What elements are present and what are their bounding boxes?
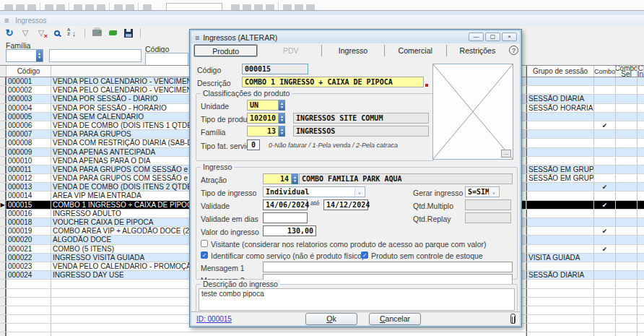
col-header-combo[interactable]: Combo <box>594 66 616 77</box>
cell-codigo[interactable]: 000021 <box>6 245 51 253</box>
cell-clipped[interactable] <box>638 254 644 262</box>
cell-clipped[interactable] <box>638 104 644 112</box>
row-indicator[interactable] <box>0 210 6 217</box>
row-indicator[interactable] <box>0 121 6 129</box>
codigo-field[interactable]: 000015 <box>242 64 308 74</box>
cell-combo[interactable] <box>594 77 616 85</box>
chevron-down-icon[interactable]: ⌄ <box>354 188 364 196</box>
cell-codigo[interactable] <box>6 289 51 297</box>
tipo-produto-field[interactable]: 102010 <box>247 113 279 124</box>
cell-combo[interactable] <box>594 157 616 165</box>
cell-codigo[interactable]: 000013 <box>6 183 51 191</box>
cell-codigo[interactable] <box>6 306 51 314</box>
close-icon[interactable]: × <box>502 33 517 41</box>
row-indicator[interactable] <box>0 315 6 323</box>
cell-grupo-sessao[interactable] <box>526 113 594 121</box>
cell-clipped[interactable] <box>638 183 644 191</box>
validade-de-field[interactable]: 14/06/2024 <box>263 199 308 210</box>
cell-combo[interactable] <box>594 218 616 226</box>
cell-combo[interactable] <box>594 148 616 156</box>
cell-combo-sel[interactable] <box>616 280 638 288</box>
ok-button[interactable]: Ok <box>305 313 357 325</box>
cell-grupo-sessao[interactable] <box>526 130 594 138</box>
cell-combo[interactable] <box>594 104 616 112</box>
cell-combo[interactable] <box>594 113 616 121</box>
tab-pdv[interactable]: PDV <box>260 45 322 56</box>
familia-filter-combobox[interactable] <box>49 49 142 62</box>
cell-combo-sel[interactable] <box>616 227 638 235</box>
cell-combo[interactable] <box>594 254 616 262</box>
row-indicator[interactable] <box>0 104 6 112</box>
validade-ate-field[interactable]: 14/12/2024 <box>323 199 368 210</box>
cell-clipped[interactable] <box>638 165 644 173</box>
cell-combo[interactable]: ✔ <box>594 121 616 129</box>
descricao-field[interactable]: COMBO 1 INGRESSO + CAIXA DE PIPOCA <box>242 77 424 87</box>
cell-codigo[interactable]: 000004 <box>6 104 51 112</box>
unidade-spin-icon[interactable]: ▲▼ <box>279 100 285 111</box>
cell-combo[interactable] <box>594 298 616 306</box>
cell-combo[interactable] <box>594 130 616 138</box>
cell-combo-sel[interactable] <box>616 86 638 94</box>
row-indicator[interactable] <box>0 157 6 165</box>
row-indicator[interactable] <box>0 130 6 138</box>
cell-codigo[interactable]: 000011 <box>6 165 51 173</box>
cell-codigo[interactable]: 000009 <box>6 148 51 156</box>
gerar-ingresso-dropdown[interactable]: S=SIM⌄ <box>465 186 500 197</box>
row-indicator[interactable] <box>0 183 6 191</box>
cell-grupo-sessao[interactable] <box>526 183 594 191</box>
cell-codigo[interactable]: 000012 <box>6 174 51 182</box>
row-indicator[interactable] <box>0 298 6 306</box>
cell-combo[interactable] <box>594 280 616 288</box>
tipo-ingresso-dropdown[interactable]: Individual⌄ <box>263 186 365 197</box>
row-indicator[interactable] <box>0 86 6 94</box>
cell-clipped[interactable] <box>638 227 644 235</box>
cell-codigo[interactable] <box>6 332 51 336</box>
tab-produto[interactable]: Produto <box>194 45 257 56</box>
cell-codigo[interactable]: 000020 <box>6 236 51 244</box>
cell-combo-sel[interactable] <box>616 157 638 165</box>
dialog-titlebar[interactable]: ≡ Ingressos (ALTERAR) — ▢ × <box>191 31 520 43</box>
cell-combo[interactable] <box>594 95 616 103</box>
tab-ingresso[interactable]: Ingresso <box>322 45 384 56</box>
cell-clipped[interactable] <box>638 191 644 199</box>
cell-combo-sel[interactable] <box>616 130 638 138</box>
cell-combo[interactable] <box>594 324 616 332</box>
cell-clipped[interactable] <box>638 315 644 323</box>
dialog-menu-icon[interactable]: ≡ <box>195 33 199 42</box>
row-indicator[interactable] <box>0 324 6 332</box>
cell-clipped[interactable] <box>638 139 644 147</box>
cell-codigo[interactable]: 000006 <box>6 121 51 129</box>
cell-combo[interactable] <box>594 271 616 279</box>
cell-combo-sel[interactable] <box>616 139 638 147</box>
spin-buttons-icon[interactable]: ▲▼ <box>36 50 43 61</box>
id-link[interactable]: ID: 000015 <box>196 315 232 323</box>
cell-clipped[interactable] <box>638 210 644 217</box>
cell-grupo-sessao[interactable] <box>526 332 594 336</box>
descricao-ingresso-textarea[interactable]: teste combo pipoca <box>199 288 515 311</box>
cell-clipped[interactable] <box>638 298 644 306</box>
cell-descricao[interactable] <box>51 332 526 336</box>
export-icon[interactable] <box>107 27 118 39</box>
cell-combo-sel[interactable] <box>616 121 638 129</box>
cell-combo[interactable] <box>594 139 616 147</box>
row-indicator[interactable] <box>0 332 6 336</box>
tipo-fat-field[interactable]: 0 <box>247 139 260 150</box>
cell-clipped[interactable] <box>638 245 644 253</box>
cell-grupo-sessao[interactable] <box>526 121 594 129</box>
cell-grupo-sessao[interactable] <box>526 77 594 85</box>
cell-combo[interactable] <box>594 165 616 173</box>
cell-codigo[interactable]: 000008 <box>6 139 51 147</box>
cell-clipped[interactable] <box>638 201 644 209</box>
row-indicator[interactable] <box>0 280 6 288</box>
cell-codigo[interactable]: 000024 <box>6 271 51 279</box>
cell-codigo[interactable] <box>6 298 51 306</box>
cell-combo-sel[interactable] <box>616 245 638 253</box>
qtd-replay-field[interactable] <box>465 212 511 223</box>
cell-codigo[interactable]: 000010 <box>6 157 51 165</box>
qtd-multiplo-field[interactable] <box>465 199 511 210</box>
cell-clipped[interactable] <box>638 262 644 270</box>
row-indicator[interactable]: ▶ <box>0 201 6 209</box>
row-indicator[interactable] <box>0 254 6 262</box>
cell-clipped[interactable] <box>638 157 644 165</box>
cancel-button[interactable]: Cancelar <box>369 313 421 325</box>
